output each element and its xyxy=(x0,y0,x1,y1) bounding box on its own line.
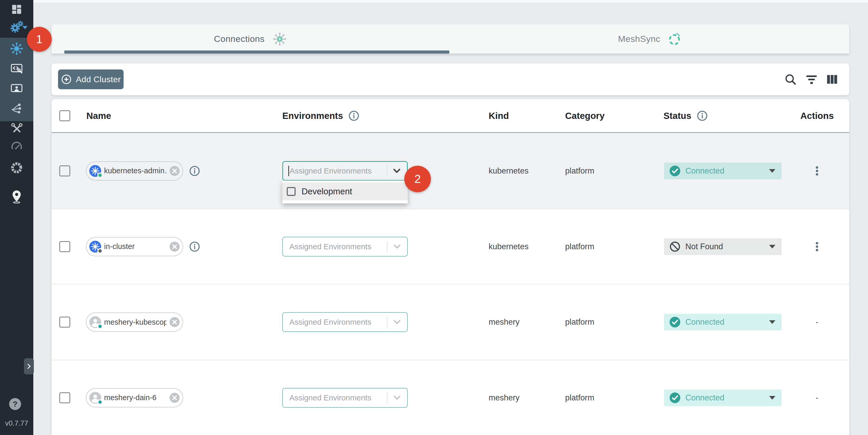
environments-dropdown: Development xyxy=(282,181,408,204)
status-dot xyxy=(97,248,103,254)
chevron-down-icon[interactable] xyxy=(391,241,403,253)
meshery-avatar-icon xyxy=(89,316,101,328)
kind-cell: kubernetes xyxy=(489,166,528,176)
row-checkbox[interactable] xyxy=(59,165,70,177)
environments-info-icon[interactable] xyxy=(348,110,360,122)
connection-name: meshery-kubescop… xyxy=(104,318,166,327)
caret-down-icon xyxy=(769,169,775,173)
table-row: meshery-dain-6 Assigned Environments mes… xyxy=(52,360,849,435)
column-header-kind[interactable]: Kind xyxy=(489,111,509,121)
remove-connection-icon[interactable] xyxy=(169,317,180,328)
column-header-name[interactable]: Name xyxy=(86,111,111,121)
connections-table: Name Environments Kind Category Status A… xyxy=(52,99,849,435)
sidebar-item-practice-icon[interactable] xyxy=(0,82,33,95)
connection-chip[interactable]: meshery-kubescop… xyxy=(86,312,183,332)
connection-name: kubernetes-admin… xyxy=(104,166,166,175)
column-header-category[interactable]: Category xyxy=(565,111,605,121)
environments-select[interactable]: Assigned Environments xyxy=(282,237,408,256)
column-header-actions: Actions xyxy=(800,111,834,121)
connection-info-icon[interactable] xyxy=(189,165,200,177)
remove-connection-icon[interactable] xyxy=(169,392,180,403)
view-columns-icon[interactable] xyxy=(826,73,839,86)
add-cluster-button[interactable]: Add Cluster xyxy=(58,69,124,89)
text-cursor xyxy=(288,166,289,176)
kind-cell: meshery xyxy=(489,317,520,327)
help-button[interactable]: ? xyxy=(9,398,21,410)
connection-chip[interactable]: kubernetes-admin… xyxy=(86,161,183,181)
sidebar-item-mesh-icon[interactable] xyxy=(0,161,33,175)
category-cell: platform xyxy=(565,393,594,402)
actions-cell: - xyxy=(796,393,838,402)
remove-connection-icon[interactable] xyxy=(169,241,180,252)
meshsync-tab-icon xyxy=(667,32,682,46)
kind-cell: meshery xyxy=(489,393,520,402)
tab-connections[interactable]: Connections xyxy=(52,24,451,54)
search-icon[interactable] xyxy=(784,73,797,86)
column-header-environments[interactable]: Environments xyxy=(282,110,360,122)
sidebar-item-extensions-icon[interactable] xyxy=(0,102,33,115)
status-chip[interactable]: Not Found xyxy=(664,238,782,255)
sidebar-item-performance-icon[interactable] xyxy=(0,140,33,153)
location-pin-icon[interactable] xyxy=(0,189,33,204)
lifecycle-gears-icon[interactable] xyxy=(0,20,33,34)
check-circle-icon xyxy=(669,392,681,404)
remove-connection-icon[interactable] xyxy=(169,165,180,177)
tab-bar: Connections MeshSync xyxy=(52,24,849,54)
caret-down-icon xyxy=(769,245,775,248)
actions-cell[interactable] xyxy=(796,241,838,252)
not-found-icon xyxy=(669,241,681,252)
tab-meshsync[interactable]: MeshSync xyxy=(451,24,849,54)
filter-icon[interactable] xyxy=(805,73,818,86)
dashboard-icon[interactable] xyxy=(0,3,33,15)
status-chip[interactable]: Connected xyxy=(664,314,782,331)
dropdown-option-development[interactable]: Development xyxy=(282,182,408,200)
status-chip[interactable]: Connected xyxy=(664,163,782,179)
sidebar-expand-button[interactable] xyxy=(24,358,34,374)
category-cell: platform xyxy=(565,242,594,251)
chevron-down-icon[interactable] xyxy=(391,316,403,328)
meshery-avatar-icon xyxy=(89,392,101,404)
caret-down-icon xyxy=(769,396,775,400)
check-circle-icon xyxy=(669,165,681,177)
environments-select[interactable]: Assigned Environments xyxy=(282,312,408,332)
select-all-checkbox[interactable] xyxy=(59,110,70,121)
annotation-step-1: 1 xyxy=(27,27,52,52)
row-checkbox[interactable] xyxy=(59,317,70,328)
chevron-down-icon[interactable] xyxy=(22,26,28,29)
sidebar-item-configuration-icon[interactable] xyxy=(0,62,33,75)
status-chip[interactable]: Connected xyxy=(664,390,782,406)
caret-down-icon xyxy=(769,320,775,324)
sidebar: ? v0.7.77 xyxy=(0,0,33,435)
kubernetes-icon xyxy=(89,240,101,253)
status-dot xyxy=(97,324,103,329)
actions-cell: - xyxy=(796,317,838,327)
category-cell: platform xyxy=(565,317,594,327)
table-row: meshery-kubescop… Assigned Environments … xyxy=(52,284,849,360)
environments-select[interactable]: Assigned Environments xyxy=(282,161,408,181)
connection-name: meshery-dain-6 xyxy=(104,393,166,402)
row-checkbox[interactable] xyxy=(59,241,70,252)
actions-cell[interactable] xyxy=(796,165,838,177)
connection-info-icon[interactable] xyxy=(189,241,200,252)
chevron-down-icon[interactable] xyxy=(391,392,403,404)
row-checkbox[interactable] xyxy=(59,392,70,403)
app-version: v0.7.77 xyxy=(0,420,33,428)
toolbar: Add Cluster xyxy=(52,63,849,95)
environments-select[interactable]: Assigned Environments xyxy=(282,388,408,408)
status-dot xyxy=(97,173,103,178)
annotation-step-2: 2 xyxy=(404,166,431,192)
table-header: Name Environments Kind Category Status A… xyxy=(52,99,849,133)
kubernetes-icon xyxy=(89,165,101,177)
status-info-icon[interactable] xyxy=(696,110,708,122)
column-header-status[interactable]: Status xyxy=(663,110,708,122)
option-checkbox[interactable] xyxy=(287,187,296,196)
sidebar-item-toolkit-icon[interactable] xyxy=(0,122,33,135)
kind-cell: kubernetes xyxy=(489,242,528,251)
connection-chip[interactable]: in-cluster xyxy=(86,237,183,256)
status-dot xyxy=(97,399,103,405)
connection-name: in-cluster xyxy=(104,242,166,251)
connection-chip[interactable]: meshery-dain-6 xyxy=(86,388,183,407)
chevron-down-icon[interactable] xyxy=(391,165,403,177)
table-row: kubernetes-admin… Assigned Environments … xyxy=(52,133,849,209)
table-row: in-cluster Assigned Environments kuberne… xyxy=(52,209,849,284)
